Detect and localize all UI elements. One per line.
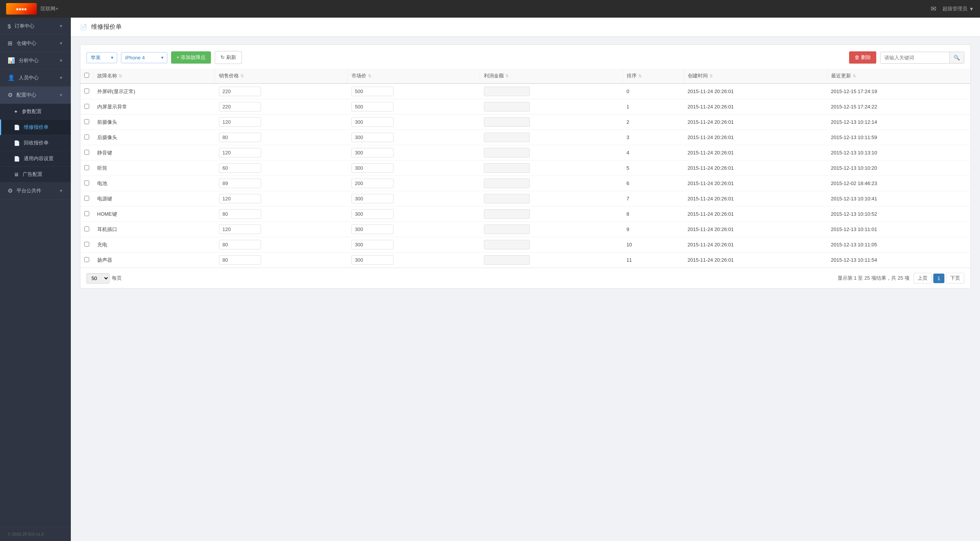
profit-input-2[interactable]	[484, 117, 530, 127]
row-checkbox-2[interactable]	[84, 119, 89, 124]
row-checkbox-cell	[80, 252, 93, 268]
profit-input-7[interactable]	[484, 194, 530, 203]
profit-input-5[interactable]	[484, 163, 530, 173]
profit-input-10[interactable]	[484, 240, 530, 249]
row-create-2: 2015-11-24 20:26:01	[684, 115, 827, 130]
sidebar-item-order-center[interactable]: $ 订单中心 ▼	[0, 18, 71, 35]
page-1-button[interactable]: 1	[933, 274, 944, 283]
mail-icon[interactable]: ✉	[931, 5, 936, 13]
sidebar-item-repair-price[interactable]: 📄 维修报价单	[0, 120, 71, 135]
row-checkbox-6[interactable]	[84, 180, 89, 185]
user-menu[interactable]: 超级管理员 ▼	[942, 5, 974, 12]
market-price-input-5[interactable]	[351, 163, 394, 173]
th-update-label: 最近更新	[831, 72, 851, 79]
sale-price-input-2[interactable]	[219, 117, 261, 127]
market-price-input-4[interactable]	[351, 148, 394, 157]
market-price-input-7[interactable]	[351, 194, 394, 203]
row-checkbox-10[interactable]	[84, 242, 89, 247]
row-update-10: 2015-12-13 10:11:05	[827, 237, 970, 252]
row-checkbox-4[interactable]	[84, 150, 89, 155]
sidebar-item-people-center[interactable]: 👤 人员中心 ▼	[0, 69, 71, 87]
market-price-input-3[interactable]	[351, 133, 394, 142]
row-checkbox-cell	[80, 130, 93, 145]
row-checkbox-3[interactable]	[84, 134, 89, 139]
profit-input-8[interactable]	[484, 209, 530, 219]
sidebar-item-platform-common[interactable]: ⚙ 平台公共件 ▼	[0, 182, 71, 200]
sidebar-item-recycle-price[interactable]: 📄 回收报价单	[0, 135, 71, 151]
sort-icon-fault[interactable]: ⇅	[119, 74, 122, 79]
sidebar: $ 订单中心 ▼ ⊞ 仓储中心 ▼ 📊 分析中心 ▼ 👤 人员中心 ▼	[0, 18, 71, 541]
sale-price-input-6[interactable]	[219, 179, 261, 188]
row-checkbox-7[interactable]	[84, 196, 89, 201]
profit-input-6[interactable]	[484, 179, 530, 188]
refresh-button[interactable]: ↻ 刷新	[215, 51, 242, 64]
market-price-input-6[interactable]	[351, 179, 394, 188]
add-fault-button[interactable]: + 添加故障点	[171, 51, 211, 64]
sidebar-item-param-config[interactable]: ✦ 参数配置	[0, 104, 71, 120]
row-sort-1: 1	[622, 99, 684, 115]
sale-price-input-7[interactable]	[219, 194, 261, 203]
sale-price-input-8[interactable]	[219, 209, 261, 219]
toolbar-right: 🗑 删除 🔍	[849, 51, 964, 64]
market-price-input-0[interactable]	[351, 87, 394, 96]
prev-page-button[interactable]: 上页	[913, 273, 932, 284]
row-sort-10: 10	[622, 237, 684, 252]
row-checkbox-11[interactable]	[84, 257, 89, 262]
sale-price-input-10[interactable]	[219, 240, 261, 249]
sort-icon-create[interactable]: ⇅	[709, 74, 713, 79]
sale-price-input-1[interactable]	[219, 102, 261, 111]
delete-button[interactable]: 🗑 删除	[849, 51, 876, 64]
profit-input-1[interactable]	[484, 102, 530, 111]
market-price-input-11[interactable]	[351, 255, 394, 265]
row-checkbox-1[interactable]	[84, 104, 89, 109]
market-price-input-10[interactable]	[351, 240, 394, 249]
sidebar-item-analysis-center[interactable]: 📊 分析中心 ▼	[0, 52, 71, 69]
market-price-input-8[interactable]	[351, 209, 394, 219]
sale-price-input-11[interactable]	[219, 255, 261, 265]
profit-input-11[interactable]	[484, 255, 530, 265]
market-price-input-2[interactable]	[351, 117, 394, 127]
row-create-4: 2015-11-24 20:26:01	[684, 145, 827, 161]
brand-select-wrapper[interactable]: 苹果 三星 华为 小米	[87, 52, 117, 63]
sort-icon-sale[interactable]: ⇅	[240, 74, 244, 79]
profit-input-0[interactable]	[484, 87, 530, 96]
row-checkbox-9[interactable]	[84, 226, 89, 231]
sort-icon-market[interactable]: ⇅	[368, 74, 371, 79]
row-fault-0: 外屏碎(显示正常)	[93, 84, 215, 99]
row-sort-6: 6	[622, 176, 684, 191]
row-fault-3: 后摄像头	[93, 130, 215, 145]
row-create-0: 2015-11-24 20:26:01	[684, 84, 827, 99]
sidebar-item-general-content[interactable]: 📄 通用内容设置	[0, 151, 71, 167]
sort-icon-sort[interactable]: ⇅	[638, 74, 642, 79]
next-page-button[interactable]: 下页	[946, 273, 964, 284]
row-update-9: 2015-12-13 10:11:01	[827, 222, 970, 237]
sale-price-input-5[interactable]	[219, 163, 261, 173]
per-page-select[interactable]: 10 20 50 100	[87, 273, 109, 284]
sidebar-item-config-center[interactable]: ⚙ 配置中心 ▼	[0, 87, 71, 104]
main: 📄 维修报价单 苹果 三星 华为 小米	[71, 18, 980, 541]
market-price-input-9[interactable]	[351, 225, 394, 234]
sort-icon-update[interactable]: ⇅	[853, 74, 856, 79]
search-button[interactable]: 🔍	[949, 52, 964, 63]
sale-price-input-9[interactable]	[219, 225, 261, 234]
profit-input-4[interactable]	[484, 148, 530, 157]
brand-select[interactable]: 苹果 三星 华为 小米	[87, 52, 117, 63]
table-row: 外屏碎(显示正常) 0 2015-11-24 20:26:01 2015-12-…	[80, 84, 970, 99]
profit-input-3[interactable]	[484, 133, 530, 142]
search-input[interactable]	[880, 52, 949, 63]
brand-label: 匡联网+	[41, 5, 59, 12]
profit-input-9[interactable]	[484, 225, 530, 234]
row-checkbox-8[interactable]	[84, 211, 89, 216]
sidebar-item-warehouse-center[interactable]: ⊞ 仓储中心 ▼	[0, 35, 71, 52]
sale-price-input-4[interactable]	[219, 148, 261, 157]
sale-price-input-3[interactable]	[219, 133, 261, 142]
row-checkbox-0[interactable]	[84, 89, 89, 93]
select-all-checkbox[interactable]	[84, 73, 89, 78]
row-checkbox-5[interactable]	[84, 165, 89, 170]
sale-price-input-0[interactable]	[219, 87, 261, 96]
model-select-wrapper[interactable]: iPhone 4 iPhone 4S iPhone 5 iPhone 5S iP…	[121, 52, 167, 63]
sidebar-item-ad-config[interactable]: 🖥 广告配置	[0, 167, 71, 182]
model-select[interactable]: iPhone 4 iPhone 4S iPhone 5 iPhone 5S iP…	[121, 52, 167, 63]
sort-icon-profit[interactable]: ⇅	[505, 74, 509, 79]
market-price-input-1[interactable]	[351, 102, 394, 111]
